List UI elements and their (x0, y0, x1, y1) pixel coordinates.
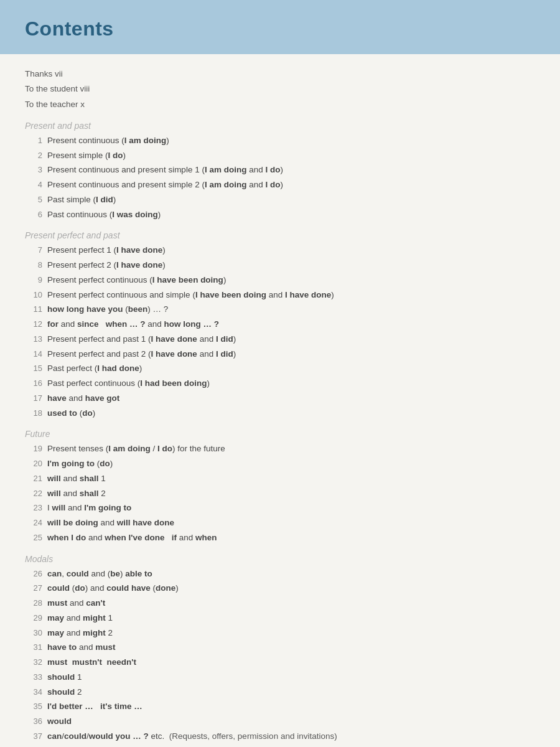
toc-number: 4 (25, 178, 42, 192)
toc-text: Past continuous (I was doing) (47, 207, 535, 222)
list-item: 11how long have you (been) … ? (25, 302, 535, 317)
list-item: 29may and might 1 (25, 611, 535, 626)
list-item: 28must and can't (25, 596, 535, 611)
toc-text: could (do) and could have (done) (47, 581, 535, 596)
toc-number: 8 (25, 258, 42, 273)
toc-text: must mustn't needn't (47, 655, 535, 670)
section-title: Future (25, 429, 535, 439)
list-item: 24will be doing and will have done (25, 515, 535, 530)
page-title: Contents (25, 17, 535, 40)
toc-text: Past simple (I did) (47, 192, 535, 207)
list-item: 5Past simple (I did) (25, 192, 535, 207)
toc-number: 15 (25, 362, 42, 376)
toc-text: Present continuous and present simple 2 … (47, 177, 535, 192)
toc-text: Past perfect continuous (I had been doin… (47, 376, 535, 391)
list-item: 12for and since when … ? and how long … … (25, 317, 535, 332)
toc-text: should 2 (47, 685, 535, 700)
toc-number: 34 (25, 685, 42, 700)
list-item: 32must mustn't needn't (25, 655, 535, 670)
toc-number: 31 (25, 641, 42, 655)
list-item: 1Present continuous (I am doing) (25, 133, 535, 148)
list-item: 7Present perfect 1 (I have done) (25, 243, 535, 258)
toc-text: have and have got (47, 391, 535, 406)
toc-text: Present perfect and past 1 (I have done … (47, 332, 535, 347)
list-item: 31have to and must (25, 640, 535, 655)
toc-text: when I do and when I've done if and when (47, 530, 535, 545)
toc-number: 6 (25, 208, 42, 222)
list-item: 9Present perfect continuous (I have been… (25, 273, 535, 288)
toc-number: 21 (25, 472, 42, 486)
section-title: Present and past (25, 121, 535, 131)
toc-text: Past perfect (I had done) (47, 361, 535, 376)
prelims-section: Thanks viiTo the student viiiTo the teac… (25, 67, 535, 112)
prelim-item: Thanks vii (25, 67, 535, 82)
toc-number: 12 (25, 317, 42, 332)
toc-number: 37 (25, 730, 42, 744)
list-item: 33should 1 (25, 670, 535, 685)
toc-text: how long have you (been) … ? (47, 302, 535, 317)
list-item: 26can, could and (be) able to (25, 566, 535, 581)
toc-text: Present simple (I do) (47, 148, 535, 163)
header-banner: Contents (0, 0, 560, 54)
list-item: 14Present perfect and past 2 (I have don… (25, 347, 535, 362)
toc-text: Present perfect and past 2 (I have done … (47, 347, 535, 362)
toc-number: 18 (25, 406, 42, 421)
toc-number: 19 (25, 442, 42, 456)
toc-number: 7 (25, 243, 42, 258)
toc-text: should 1 (47, 670, 535, 685)
list-item: 16Past perfect continuous (I had been do… (25, 376, 535, 391)
toc-text: may and might 2 (47, 626, 535, 641)
toc-number: 10 (25, 288, 42, 303)
toc-number: 9 (25, 273, 42, 288)
list-item: 23I will and I'm going to (25, 500, 535, 515)
toc-text: I'm going to (do) (47, 456, 535, 471)
toc-text: will and shall 2 (47, 486, 535, 501)
toc-text: will and shall 1 (47, 471, 535, 486)
toc-number: 36 (25, 715, 42, 729)
list-item: 15Past perfect (I had done) (25, 361, 535, 376)
toc-sections: Present and past1Present continuous (I a… (25, 121, 535, 744)
section-title: Present perfect and past (25, 230, 535, 240)
toc-number: 25 (25, 531, 42, 545)
toc-text: Present perfect continuous (I have been … (47, 273, 535, 288)
list-item: 18used to (do) (25, 406, 535, 421)
list-item: 22will and shall 2 (25, 486, 535, 501)
toc-text: used to (do) (47, 406, 535, 421)
section-title: Modals (25, 554, 535, 564)
prelim-item: To the student viii (25, 82, 535, 96)
toc-text: I will and I'm going to (47, 500, 535, 515)
toc-text: have to and must (47, 640, 535, 655)
list-item: 20I'm going to (do) (25, 456, 535, 471)
toc-number: 1 (25, 134, 42, 148)
toc-number: 17 (25, 392, 42, 406)
toc-number: 32 (25, 655, 42, 670)
toc-number: 3 (25, 163, 42, 177)
toc-text: Present perfect continuous and simple (I… (47, 288, 535, 303)
list-item: 17have and have got (25, 391, 535, 406)
toc-text: may and might 1 (47, 611, 535, 626)
toc-text: will be doing and will have done (47, 515, 535, 530)
toc-text: can/could/would you … ? etc. (Requests, … (47, 729, 535, 744)
toc-number: 14 (25, 347, 42, 362)
list-item: 27could (do) and could have (done) (25, 581, 535, 596)
toc-number: 35 (25, 700, 42, 714)
toc-text: must and can't (47, 596, 535, 611)
toc-text: would (47, 714, 535, 729)
toc-number: 22 (25, 487, 42, 501)
toc-text: can, could and (be) able to (47, 566, 535, 581)
toc-number: 13 (25, 332, 42, 347)
list-item: 2Present simple (I do) (25, 148, 535, 163)
toc-number: 27 (25, 581, 42, 596)
list-item: 37can/could/would you … ? etc. (Requests… (25, 729, 535, 744)
prelim-item: To the teacher x (25, 97, 535, 112)
list-item: 36would (25, 714, 535, 729)
toc-text: Present continuous (I am doing) (47, 133, 535, 148)
list-item: 35I'd better … it's time … (25, 699, 535, 714)
toc-text: Present tenses (I am doing / I do) for t… (47, 441, 535, 456)
list-item: 25when I do and when I've done if and wh… (25, 530, 535, 545)
page-container: Contents Thanks viiTo the student viiiTo… (0, 0, 560, 747)
toc-text: Present perfect 1 (I have done) (47, 243, 535, 258)
list-item: 13Present perfect and past 1 (I have don… (25, 332, 535, 347)
list-item: 19Present tenses (I am doing / I do) for… (25, 441, 535, 456)
list-item: 8Present perfect 2 (I have done) (25, 258, 535, 273)
